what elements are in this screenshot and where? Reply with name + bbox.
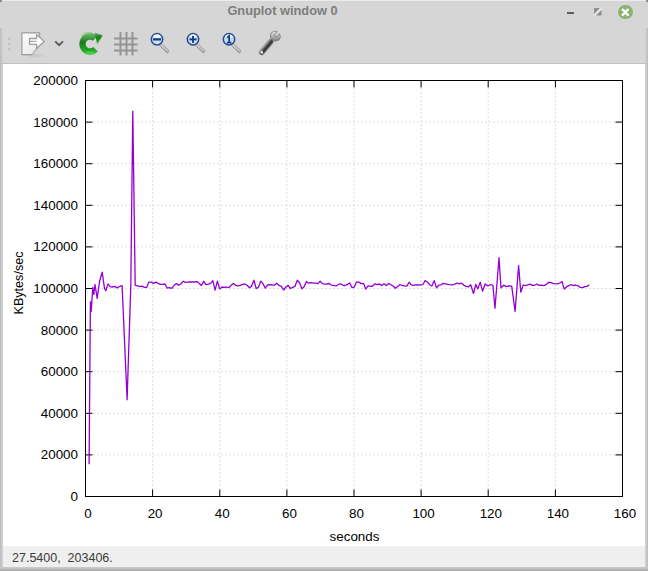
svg-text:60: 60 bbox=[282, 506, 297, 521]
svg-text:0: 0 bbox=[84, 506, 91, 521]
svg-text:60000: 60000 bbox=[41, 364, 78, 379]
svg-text:100000: 100000 bbox=[33, 281, 78, 296]
svg-text:160000: 160000 bbox=[33, 156, 78, 171]
svg-text:80: 80 bbox=[349, 506, 364, 521]
svg-text:20000: 20000 bbox=[41, 447, 78, 462]
svg-text:20: 20 bbox=[148, 506, 163, 521]
svg-text:160: 160 bbox=[614, 506, 636, 521]
svg-text:120: 120 bbox=[480, 506, 502, 521]
svg-text:40: 40 bbox=[215, 506, 230, 521]
svg-text:100: 100 bbox=[412, 506, 434, 521]
svg-text:KBytes/sec: KBytes/sec bbox=[12, 252, 26, 315]
svg-text:0: 0 bbox=[71, 489, 78, 504]
svg-text:120000: 120000 bbox=[33, 239, 78, 254]
svg-text:80000: 80000 bbox=[41, 323, 78, 338]
svg-text:180000: 180000 bbox=[33, 115, 78, 130]
svg-text:140: 140 bbox=[547, 506, 569, 521]
svg-text:40000: 40000 bbox=[41, 406, 78, 421]
svg-text:seconds: seconds bbox=[330, 529, 380, 544]
svg-text:140000: 140000 bbox=[33, 198, 78, 213]
svg-text:200000: 200000 bbox=[33, 73, 78, 88]
